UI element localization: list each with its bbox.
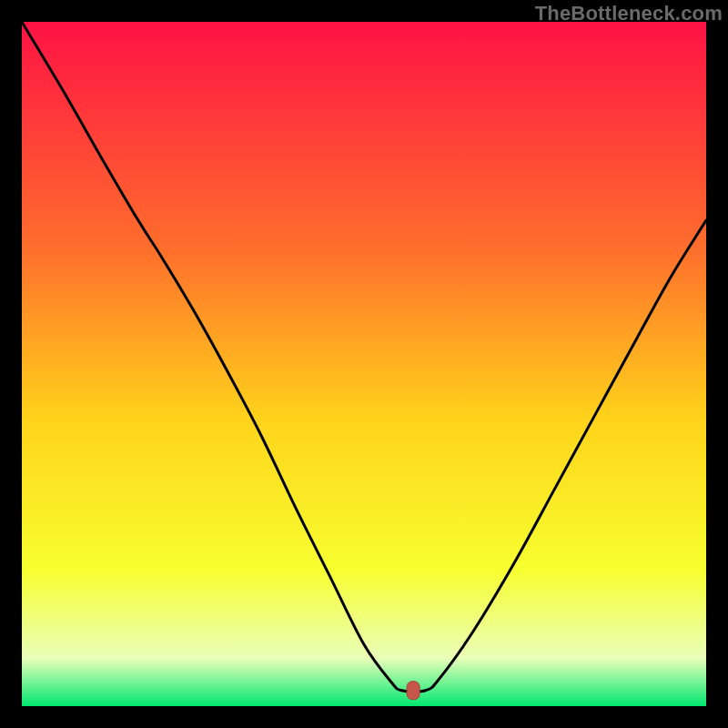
watermark-text: TheBottleneck.com xyxy=(535,2,723,25)
chart-plot xyxy=(22,22,706,706)
chart-frame: TheBottleneck.com xyxy=(0,0,728,728)
optimal-marker xyxy=(407,682,420,700)
gradient-background xyxy=(22,22,706,706)
chart-canvas xyxy=(22,22,706,706)
